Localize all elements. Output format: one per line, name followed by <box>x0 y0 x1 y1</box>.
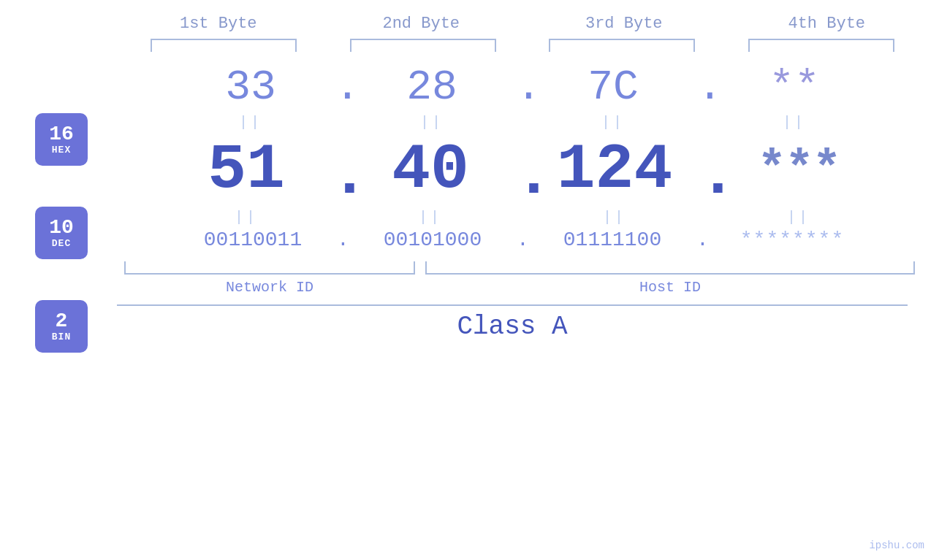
bin-val-3: 01111100 <box>528 229 696 251</box>
hex-base-num: 16 <box>49 124 74 145</box>
dec-val-2: 40 <box>346 134 514 206</box>
dec-base-label: DEC <box>52 238 71 249</box>
dec-dot-1: . <box>330 139 346 212</box>
hex-dot-3: . <box>697 64 710 111</box>
dec-dot-3: . <box>699 139 715 212</box>
byte4-header: 4th Byte <box>742 15 911 33</box>
bracket-byte2 <box>350 39 496 52</box>
bin-values-row: 00110011 . 00101000 . 01111100 . *******… <box>117 229 928 251</box>
bin-dot-1: . <box>337 229 349 251</box>
equals-row-1: || || || || <box>117 114 928 131</box>
equals-1-4: || <box>710 114 878 131</box>
network-id-group: Network ID <box>124 261 415 296</box>
dec-val-1: 51 <box>162 134 330 206</box>
bin-base-label: BIN <box>52 331 71 342</box>
class-divider <box>117 304 908 306</box>
byte2-header: 2nd Byte <box>337 15 505 33</box>
hex-val-1: 33 <box>167 64 335 111</box>
hex-values-row: 33 . 28 . 7C . ** <box>117 64 928 111</box>
bracket-byte4 <box>748 39 894 52</box>
class-label: Class A <box>117 312 908 342</box>
dec-badge: 10 DEC <box>35 207 88 259</box>
equals-2-4: || <box>715 209 883 226</box>
bracket-byte3 <box>549 39 695 52</box>
host-id-bracket <box>425 261 915 275</box>
dec-dot-2: . <box>514 139 531 212</box>
hex-val-4: ** <box>710 64 878 111</box>
hex-badge: 16 HEX <box>35 113 88 166</box>
footer-text: ipshu.com <box>869 540 924 551</box>
badges-column: 16 HEX 10 DEC 2 BIN <box>35 113 88 353</box>
network-id-bracket <box>124 261 415 275</box>
dec-val-4: *** <box>715 142 883 197</box>
main-container: 16 HEX 10 DEC 2 BIN 1st Byte 2nd Byte 3r… <box>0 0 939 560</box>
bottom-bracket-labels: Network ID Host ID <box>117 261 928 296</box>
equals-1-3: || <box>529 114 697 131</box>
equals-2-3: || <box>531 209 699 226</box>
hex-dot-1: . <box>335 64 348 111</box>
bin-base-num: 2 <box>56 311 68 331</box>
dec-values-row: 51 . 40 . 124 . *** <box>117 134 928 206</box>
content-area: 1st Byte 2nd Byte 3rd Byte 4th Byte 33 .… <box>117 15 928 342</box>
hex-base-label: HEX <box>52 145 71 156</box>
equals-1-1: || <box>167 114 335 131</box>
equals-2-2: || <box>346 209 514 226</box>
dec-val-3: 124 <box>531 134 699 206</box>
dec-base-num: 10 <box>49 218 74 238</box>
top-bracket-row <box>117 39 928 52</box>
bin-dot-2: . <box>517 229 528 251</box>
bin-dot-3: . <box>696 229 708 251</box>
hex-val-3: 7C <box>529 64 697 111</box>
hex-val-2: 28 <box>348 64 516 111</box>
equals-1-2: || <box>348 114 516 131</box>
byte3-header: 3rd Byte <box>540 15 708 33</box>
bin-val-1: 00110011 <box>169 229 337 251</box>
host-id-label: Host ID <box>639 279 701 296</box>
bracket-byte1 <box>151 39 297 52</box>
bin-badge: 2 BIN <box>35 300 88 353</box>
byte-headers-row: 1st Byte 2nd Byte 3rd Byte 4th Byte <box>117 15 928 33</box>
bin-val-4: ******** <box>708 229 876 251</box>
bin-val-2: 00101000 <box>349 229 517 251</box>
byte1-header: 1st Byte <box>134 15 303 33</box>
hex-dot-2: . <box>516 64 529 111</box>
network-id-label: Network ID <box>226 279 313 296</box>
host-id-group: Host ID <box>425 261 915 296</box>
equals-2-1: || <box>162 209 330 226</box>
